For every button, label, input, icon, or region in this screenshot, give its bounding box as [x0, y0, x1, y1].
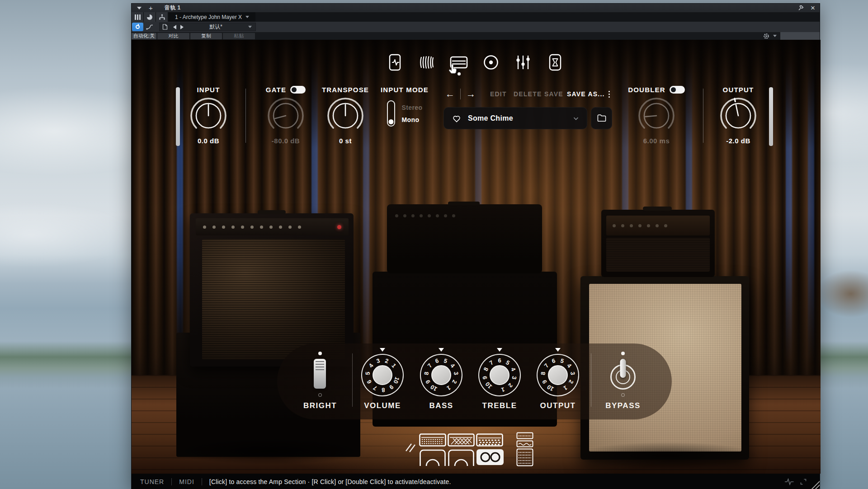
window-title-bar: + 音轨 1 ×	[132, 4, 820, 12]
doubler-knob[interactable]	[637, 97, 675, 135]
input-mode-switch[interactable]	[387, 100, 395, 127]
pin-icon[interactable]	[797, 5, 804, 11]
gate-knob[interactable]	[267, 97, 305, 135]
paste-button[interactable]: 粘贴	[223, 33, 255, 39]
bypass-switch[interactable]	[610, 364, 636, 390]
preset-nav: ← →	[445, 89, 476, 99]
favorite-heart-icon[interactable]	[452, 114, 462, 123]
window-collapse-icon[interactable]	[137, 7, 142, 9]
full-stack-icon[interactable]	[516, 432, 533, 466]
cab-model-2x12-selected-icon[interactable]	[476, 449, 504, 465]
mix-knob-icon[interactable]	[144, 12, 156, 22]
channel-strip-icon[interactable]	[132, 12, 144, 22]
file-icon[interactable]	[162, 24, 168, 30]
input-mode-mono-label[interactable]: Mono	[402, 116, 423, 123]
knob-cap	[373, 365, 392, 385]
separator	[245, 89, 246, 143]
copy-button[interactable]: 复制	[190, 33, 222, 39]
bright-label: BRIGHT	[288, 401, 352, 410]
save-button[interactable]: SAVE	[544, 90, 563, 98]
previous-preset-arrow[interactable]: ←	[445, 89, 455, 99]
previous-preset-button[interactable]	[173, 25, 176, 29]
amp-jewel-light	[337, 225, 341, 229]
tuner-button[interactable]: TUNER	[140, 478, 164, 485]
nav-active-dot	[458, 72, 461, 75]
volume-knob[interactable]: 12345678910	[361, 354, 404, 396]
head-control-panel	[606, 216, 710, 235]
plugin-tab[interactable]: 1 - Archetype John Mayer X	[169, 12, 255, 22]
separator	[460, 89, 461, 99]
middle-combo-amp[interactable]	[387, 204, 542, 273]
bypass-lever	[620, 359, 626, 378]
knob-marker	[439, 348, 444, 352]
transpose-knob[interactable]	[326, 97, 364, 135]
bright-switch[interactable]	[314, 359, 326, 389]
nav-gate-icon[interactable]	[384, 50, 405, 75]
cpu-pulse-icon[interactable]	[784, 478, 794, 485]
delete-button[interactable]: DELETE	[514, 90, 542, 98]
amp-handle	[643, 207, 672, 211]
bypass-label: BYPASS	[591, 401, 655, 410]
right-amp-head[interactable]	[601, 210, 715, 277]
gate-toggle[interactable]	[290, 86, 306, 94]
bright-off-dot	[318, 393, 322, 397]
compare-button[interactable]: 对比	[157, 33, 189, 39]
output-control: OUTPUT -2.0 dB	[702, 85, 774, 145]
doubler-value: 6.00 ms	[643, 137, 670, 145]
chevron-down-icon[interactable]	[773, 35, 777, 37]
cab-model-2-icon[interactable]	[448, 449, 475, 466]
cab-model-1-icon[interactable]	[419, 449, 446, 466]
nav-compressor-icon[interactable]	[416, 50, 437, 75]
input-knob[interactable]	[189, 97, 227, 135]
close-icon[interactable]: ×	[811, 4, 815, 12]
automation-curve-icon[interactable]	[143, 23, 156, 31]
bass-knob[interactable]: 12345678910	[420, 354, 462, 396]
bass-label: BASS	[410, 401, 473, 410]
no-amp-slash-icon[interactable]	[405, 442, 416, 454]
chevron-down-icon[interactable]	[248, 26, 252, 28]
amp-model-2-icon[interactable]	[448, 433, 475, 447]
edit-button[interactable]: EDIT	[490, 90, 507, 98]
resize-grip[interactable]	[811, 480, 820, 489]
resize-window-icon[interactable]	[800, 478, 807, 485]
knob-scale-number: 8	[539, 371, 547, 376]
input-mode-stereo-label[interactable]: Stereo	[402, 104, 423, 111]
preset-browser-button[interactable]	[591, 107, 612, 129]
daw-preset-name[interactable]: 默认*	[184, 23, 248, 31]
input-value: 0.0 dB	[198, 137, 219, 145]
daw-preset-row: 默认*	[132, 22, 820, 32]
output-knob[interactable]	[719, 97, 757, 135]
nav-cab-icon[interactable]	[481, 50, 501, 75]
floor-shadow	[575, 442, 760, 469]
amp-output-knob[interactable]: 12345678910	[537, 354, 579, 396]
gear-icon[interactable]	[763, 33, 769, 39]
gate-value: -80.0 dB	[272, 137, 300, 145]
add-track-button[interactable]: +	[149, 5, 153, 11]
plugin-power-button[interactable]	[132, 23, 143, 31]
treble-knob[interactable]: 12345678910	[478, 354, 521, 396]
plugin-tab-bar: 1 - Archetype John Mayer X	[132, 12, 820, 22]
amp-model-3-icon[interactable]	[476, 433, 503, 447]
doubler-toggle[interactable]	[670, 86, 685, 94]
floor-shadow	[172, 437, 367, 465]
save-as-button[interactable]: SAVE AS...	[567, 90, 605, 98]
preset-selector[interactable]: Some Chime	[443, 107, 587, 129]
folder-icon	[597, 114, 607, 122]
nav-doubler-icon[interactable]	[545, 50, 566, 75]
daw-preset-selector: 默认*	[159, 23, 256, 31]
amp-grille	[202, 239, 345, 360]
power-icon	[136, 25, 140, 29]
amp-output-label: OUTPUT	[526, 401, 590, 410]
midi-button[interactable]: MIDI	[179, 478, 194, 485]
next-preset-arrow[interactable]: →	[466, 89, 476, 99]
nav-eq-icon[interactable]	[513, 50, 533, 75]
input-label: INPUT	[197, 86, 220, 94]
next-preset-button[interactable]	[180, 25, 184, 29]
gate-label: GATE	[266, 86, 286, 94]
routing-icon[interactable]	[156, 12, 168, 22]
automation-toggle-button[interactable]: 自动化:关	[132, 33, 156, 39]
knob-cap	[548, 365, 568, 385]
amp-model-1-icon[interactable]	[419, 433, 446, 447]
knob-marker	[555, 348, 561, 352]
more-options-icon[interactable]	[609, 91, 610, 98]
